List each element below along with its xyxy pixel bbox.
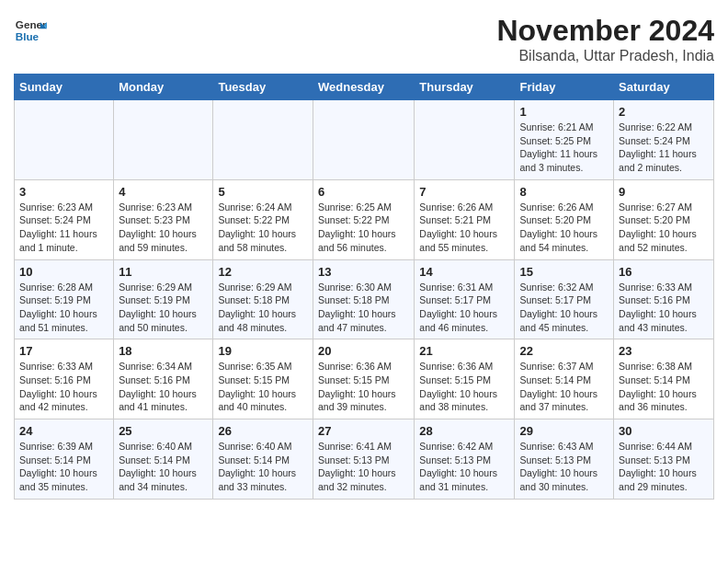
day-info: Sunrise: 6:44 AM Sunset: 5:13 PM Dayligh…: [619, 440, 709, 494]
calendar-day-cell: 2Sunrise: 6:22 AM Sunset: 5:24 PM Daylig…: [614, 100, 714, 180]
calendar-day-cell: 5Sunrise: 6:24 AM Sunset: 5:22 PM Daylig…: [213, 179, 313, 259]
day-info: Sunrise: 6:25 AM Sunset: 5:22 PM Dayligh…: [318, 201, 409, 255]
day-info: Sunrise: 6:32 AM Sunset: 5:17 PM Dayligh…: [519, 281, 609, 335]
calendar-week-row: 1Sunrise: 6:21 AM Sunset: 5:25 PM Daylig…: [15, 100, 714, 180]
calendar-day-cell: 15Sunrise: 6:32 AM Sunset: 5:17 PM Dayli…: [515, 259, 614, 339]
day-number: 17: [19, 344, 108, 358]
day-info: Sunrise: 6:29 AM Sunset: 5:19 PM Dayligh…: [119, 281, 208, 335]
day-number: 19: [218, 344, 308, 358]
calendar-day-cell: [15, 100, 114, 180]
day-number: 8: [519, 185, 609, 199]
day-info: Sunrise: 6:30 AM Sunset: 5:18 PM Dayligh…: [318, 281, 409, 335]
day-number: 21: [419, 344, 509, 358]
calendar-day-cell: 6Sunrise: 6:25 AM Sunset: 5:22 PM Daylig…: [313, 179, 414, 259]
calendar-day-cell: 24Sunrise: 6:39 AM Sunset: 5:14 PM Dayli…: [15, 419, 114, 500]
calendar-day-cell: 19Sunrise: 6:35 AM Sunset: 5:15 PM Dayli…: [213, 339, 313, 419]
day-number: 10: [19, 265, 108, 279]
day-info: Sunrise: 6:38 AM Sunset: 5:14 PM Dayligh…: [619, 360, 709, 414]
calendar-week-row: 17Sunrise: 6:33 AM Sunset: 5:16 PM Dayli…: [15, 339, 714, 419]
calendar-day-cell: 13Sunrise: 6:30 AM Sunset: 5:18 PM Dayli…: [313, 259, 414, 339]
day-number: 27: [318, 424, 409, 438]
day-info: Sunrise: 6:37 AM Sunset: 5:14 PM Dayligh…: [519, 360, 609, 414]
calendar-day-cell: 9Sunrise: 6:27 AM Sunset: 5:20 PM Daylig…: [614, 179, 714, 259]
calendar-day-cell: 16Sunrise: 6:33 AM Sunset: 5:16 PM Dayli…: [614, 259, 714, 339]
weekday-header: Thursday: [415, 75, 515, 100]
weekday-header: Monday: [114, 75, 213, 100]
calendar-header: SundayMondayTuesdayWednesdayThursdayFrid…: [15, 75, 714, 100]
calendar-week-row: 3Sunrise: 6:23 AM Sunset: 5:24 PM Daylig…: [15, 179, 714, 259]
day-info: Sunrise: 6:31 AM Sunset: 5:17 PM Dayligh…: [419, 281, 509, 335]
calendar-day-cell: [415, 100, 515, 180]
day-number: 24: [19, 424, 108, 438]
calendar-day-cell: 25Sunrise: 6:40 AM Sunset: 5:14 PM Dayli…: [114, 419, 213, 500]
day-info: Sunrise: 6:42 AM Sunset: 5:13 PM Dayligh…: [419, 440, 509, 494]
day-info: Sunrise: 6:34 AM Sunset: 5:16 PM Dayligh…: [119, 360, 208, 414]
calendar-day-cell: 20Sunrise: 6:36 AM Sunset: 5:15 PM Dayli…: [313, 339, 414, 419]
day-number: 4: [119, 185, 208, 199]
weekday-header: Tuesday: [213, 75, 313, 100]
day-number: 30: [619, 424, 709, 438]
calendar-day-cell: [114, 100, 213, 180]
calendar-week-row: 10Sunrise: 6:28 AM Sunset: 5:19 PM Dayli…: [15, 259, 714, 339]
day-number: 6: [318, 185, 409, 199]
day-number: 25: [119, 424, 208, 438]
day-info: Sunrise: 6:28 AM Sunset: 5:19 PM Dayligh…: [19, 281, 108, 335]
calendar-day-cell: 3Sunrise: 6:23 AM Sunset: 5:24 PM Daylig…: [15, 179, 114, 259]
day-info: Sunrise: 6:40 AM Sunset: 5:14 PM Dayligh…: [218, 440, 308, 494]
day-number: 2: [619, 105, 709, 119]
calendar-day-cell: 8Sunrise: 6:26 AM Sunset: 5:20 PM Daylig…: [515, 179, 614, 259]
weekday-header: Wednesday: [313, 75, 414, 100]
logo-icon: General Blue: [14, 14, 47, 47]
calendar-day-cell: 14Sunrise: 6:31 AM Sunset: 5:17 PM Dayli…: [415, 259, 515, 339]
calendar-day-cell: 26Sunrise: 6:40 AM Sunset: 5:14 PM Dayli…: [213, 419, 313, 500]
calendar-day-cell: 23Sunrise: 6:38 AM Sunset: 5:14 PM Dayli…: [614, 339, 714, 419]
day-number: 18: [119, 344, 208, 358]
weekday-header: Sunday: [15, 75, 114, 100]
calendar-day-cell: 29Sunrise: 6:43 AM Sunset: 5:13 PM Dayli…: [515, 419, 614, 500]
day-number: 16: [619, 265, 709, 279]
day-number: 1: [519, 105, 609, 119]
calendar-day-cell: [313, 100, 414, 180]
day-number: 29: [519, 424, 609, 438]
day-number: 13: [318, 265, 409, 279]
day-info: Sunrise: 6:36 AM Sunset: 5:15 PM Dayligh…: [419, 360, 509, 414]
day-number: 15: [519, 265, 609, 279]
calendar-day-cell: 22Sunrise: 6:37 AM Sunset: 5:14 PM Dayli…: [515, 339, 614, 419]
calendar-day-cell: 28Sunrise: 6:42 AM Sunset: 5:13 PM Dayli…: [415, 419, 515, 500]
day-number: 20: [318, 344, 409, 358]
day-info: Sunrise: 6:23 AM Sunset: 5:23 PM Dayligh…: [119, 201, 208, 255]
weekday-header: Friday: [515, 75, 614, 100]
day-info: Sunrise: 6:24 AM Sunset: 5:22 PM Dayligh…: [218, 201, 308, 255]
day-info: Sunrise: 6:35 AM Sunset: 5:15 PM Dayligh…: [218, 360, 308, 414]
day-number: 28: [419, 424, 509, 438]
calendar-day-cell: 18Sunrise: 6:34 AM Sunset: 5:16 PM Dayli…: [114, 339, 213, 419]
calendar-day-cell: 4Sunrise: 6:23 AM Sunset: 5:23 PM Daylig…: [114, 179, 213, 259]
calendar-day-cell: 21Sunrise: 6:36 AM Sunset: 5:15 PM Dayli…: [415, 339, 515, 419]
header-row: SundayMondayTuesdayWednesdayThursdayFrid…: [15, 75, 714, 100]
day-number: 11: [119, 265, 208, 279]
day-info: Sunrise: 6:27 AM Sunset: 5:20 PM Dayligh…: [619, 201, 709, 255]
sub-title: Bilsanda, Uttar Pradesh, India: [496, 48, 714, 64]
day-number: 26: [218, 424, 308, 438]
day-info: Sunrise: 6:26 AM Sunset: 5:21 PM Dayligh…: [419, 201, 509, 255]
calendar-day-cell: 11Sunrise: 6:29 AM Sunset: 5:19 PM Dayli…: [114, 259, 213, 339]
day-number: 12: [218, 265, 308, 279]
day-info: Sunrise: 6:22 AM Sunset: 5:24 PM Dayligh…: [619, 121, 709, 175]
day-number: 9: [619, 185, 709, 199]
day-info: Sunrise: 6:21 AM Sunset: 5:25 PM Dayligh…: [519, 121, 609, 175]
day-number: 5: [218, 185, 308, 199]
calendar-day-cell: 1Sunrise: 6:21 AM Sunset: 5:25 PM Daylig…: [515, 100, 614, 180]
day-info: Sunrise: 6:36 AM Sunset: 5:15 PM Dayligh…: [318, 360, 409, 414]
calendar-day-cell: 17Sunrise: 6:33 AM Sunset: 5:16 PM Dayli…: [15, 339, 114, 419]
day-number: 3: [19, 185, 108, 199]
calendar-week-row: 24Sunrise: 6:39 AM Sunset: 5:14 PM Dayli…: [15, 419, 714, 500]
day-number: 14: [419, 265, 509, 279]
day-number: 23: [619, 344, 709, 358]
day-info: Sunrise: 6:43 AM Sunset: 5:13 PM Dayligh…: [519, 440, 609, 494]
svg-text:Blue: Blue: [16, 30, 40, 42]
calendar-day-cell: 30Sunrise: 6:44 AM Sunset: 5:13 PM Dayli…: [614, 419, 714, 500]
calendar-body: 1Sunrise: 6:21 AM Sunset: 5:25 PM Daylig…: [15, 100, 714, 500]
calendar-day-cell: 27Sunrise: 6:41 AM Sunset: 5:13 PM Dayli…: [313, 419, 414, 500]
weekday-header: Saturday: [614, 75, 714, 100]
main-title: November 2024: [496, 14, 714, 48]
